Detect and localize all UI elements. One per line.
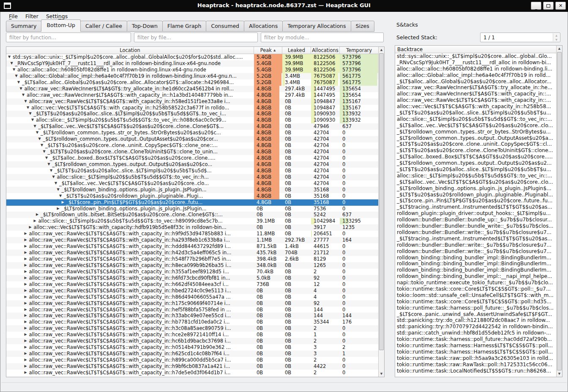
collapsed-arrow-icon[interactable]: ▶ xyxy=(25,231,29,237)
backtrace-frame[interactable]: _$LT$tracing..instrument..Instrumented$L… xyxy=(395,204,556,210)
expanded-arrow-icon[interactable]: ▼ xyxy=(50,168,55,174)
table-row[interactable]: ▶alloc::slice::_$LT$impl$u20$$u5b$T$u5d$… xyxy=(6,218,378,224)
backtrace-frame[interactable]: _$LT$T$u20$as$u20$alloc..slice..$LT$impl… xyxy=(395,110,556,116)
spin-up-icon[interactable]: ▲ xyxy=(553,33,560,38)
expanded-arrow-icon[interactable]: ▼ xyxy=(27,105,31,111)
table-row[interactable]: ▼alloc::raw_vec::RawVec$LT$T$C$A$GT$::wi… xyxy=(6,98,378,105)
backtrace-frame[interactable]: alloc::alloc::Global::alloc_impl::he6a4e… xyxy=(395,72,556,79)
backtrace-frame[interactable]: rolldown::bundler::Bundler::write::_$u7b… xyxy=(395,248,556,255)
tab-flame-graph[interactable]: Flame Graph xyxy=(162,21,207,32)
tab-bottom-up[interactable]: Bottom-Up xyxy=(41,19,80,32)
table-row[interactable]: ▼_$LT$alloc..boxed..Box$LT$T$C$A$GT$$u20… xyxy=(6,155,378,161)
table-row[interactable]: ▼_$LT$T$u20$as$u20$alloc..slice..$LT$imp… xyxy=(6,111,378,117)
tab-temporary-allocations[interactable]: Temporary Allocations xyxy=(282,21,351,32)
column-header-leaked[interactable]: Leaked xyxy=(282,47,311,54)
filter-file-input[interactable] xyxy=(134,33,258,42)
backtrace-frame[interactable]: rolldown_binding::binding_bundler_impl::… xyxy=(395,261,556,267)
filter-function-input[interactable] xyxy=(6,33,131,42)
collapsed-arrow-icon[interactable]: ▶ xyxy=(25,351,29,357)
collapsed-arrow-icon[interactable]: ▶ xyxy=(25,357,29,363)
table-row[interactable]: ▶alloc::raw_vec::RawVec$LT$T$C$A$GT$::wi… xyxy=(6,363,378,370)
backtrace-frame[interactable]: alloc::raw_vec::RawVecInner$LT$A$GT$::wi… xyxy=(395,91,556,97)
collapsed-arrow-icon[interactable]: ▶ xyxy=(25,332,29,338)
table-row[interactable]: ▶alloc::raw_vec::RawVec$LT$T$C$A$GT$::wi… xyxy=(6,231,378,237)
collapsed-arrow-icon[interactable]: ▶ xyxy=(62,199,66,206)
expanded-arrow-icon[interactable]: ▼ xyxy=(13,67,17,73)
table-row[interactable]: ▶alloc::raw_vec::RawVec$LT$T$C$A$GT$::wi… xyxy=(6,237,378,243)
expanded-arrow-icon[interactable]: ▼ xyxy=(25,98,29,105)
backtrace-frame[interactable]: _$LT$T$u20$as$u20$rolldown_plugin..plugi… xyxy=(395,192,556,198)
table-row[interactable]: ▶alloc::raw_vec::RawVec$LT$T$C$A$GT$::wi… xyxy=(6,256,378,262)
tab-sizes[interactable]: Sizes xyxy=(351,21,374,32)
maximize-button[interactable] xyxy=(543,2,554,10)
backtrace-frame[interactable]: alloc::alloc::alloc::h60805bf082d8ffe1 i… xyxy=(395,66,556,72)
collapsed-arrow-icon[interactable]: ▶ xyxy=(36,212,41,218)
table-row[interactable]: ▼_$LT$alloc..vec..Vec$LT$T$C$A$GT$$u20$a… xyxy=(6,123,378,130)
backtrace-frame[interactable]: tokio::runtime::task::harness::poll_futu… xyxy=(395,305,556,311)
collapsed-arrow-icon[interactable]: ▶ xyxy=(25,250,29,256)
tab-allocations[interactable]: Allocations xyxy=(244,21,283,32)
table-row[interactable]: ▶alloc::raw_vec::RawVec$LT$T$C$A$GT$::wi… xyxy=(6,243,378,250)
scroll-down-icon[interactable]: ▼ xyxy=(557,371,562,377)
collapsed-arrow-icon[interactable]: ▶ xyxy=(25,338,29,344)
tab-top-down[interactable]: Top-Down xyxy=(127,21,163,32)
backtrace-frame[interactable]: _$LT$alloc..alloc..Global$u20$as$u20$cor… xyxy=(395,79,556,85)
collapsed-arrow-icon[interactable]: ▶ xyxy=(25,325,29,332)
table-row[interactable]: ▶alloc::raw_vec::RawVec$LT$T$C$A$GT$::wi… xyxy=(6,344,378,351)
table-row[interactable]: ▼_$LT$T$u20$as$u20$core..clone..uninit..… xyxy=(6,142,378,149)
table-row[interactable]: ▼alloc::slice::_$LT$impl$u20$$u5b$T$u5d$… xyxy=(6,117,378,123)
tab-consumed[interactable]: Consumed xyxy=(206,21,244,32)
table-row[interactable]: ▼alloc::alloc::alloc::h60805bf082d8ffe1 … xyxy=(6,67,378,73)
collapsed-arrow-icon[interactable]: ▶ xyxy=(25,294,29,300)
collapsed-arrow-icon[interactable]: ▶ xyxy=(25,288,29,294)
backtrace-frame[interactable]: alloc::raw_vec::RawVecInner$LT$A$GT$::tr… xyxy=(395,84,556,91)
expanded-arrow-icon[interactable]: ▼ xyxy=(55,180,59,187)
selected-stack-spinbox[interactable]: 1 / 1 ▲ ▼ xyxy=(480,33,560,42)
backtrace-frame[interactable]: _$LT$rolldown_common..types..str_or_byte… xyxy=(395,129,556,135)
scrollbar-thumb[interactable] xyxy=(379,53,384,350)
table-row[interactable]: ▼_$LT$rolldown_common..types..output..Ou… xyxy=(6,136,378,142)
table-row[interactable]: ▼alloc::alloc::Global::alloc_impl::he6a4… xyxy=(6,73,378,79)
collapsed-arrow-icon[interactable]: ▶ xyxy=(34,218,38,224)
collapsed-arrow-icon[interactable]: ▶ xyxy=(25,269,29,275)
filter-module-input[interactable] xyxy=(261,33,384,42)
backtrace-frame[interactable]: std::panicking::try::h70707972d4422542 i… xyxy=(395,324,556,330)
expanded-arrow-icon[interactable]: ▼ xyxy=(29,111,34,117)
backtrace-frame[interactable]: tokio::loom::std::unsafe_cell::UnsafeCel… xyxy=(395,292,556,299)
collapsed-arrow-icon[interactable]: ▶ xyxy=(25,363,29,370)
table-row[interactable]: ▶_$LT$rolldown_utils..bitset..BitSet$u20… xyxy=(6,212,378,218)
backtrace-frame[interactable]: tokio::runtime::task::harness::Harness$L… xyxy=(395,343,556,349)
collapsed-arrow-icon[interactable]: ▶ xyxy=(25,370,29,376)
backtrace-frame[interactable]: rolldown::bundler::Bundler::write::_$u7b… xyxy=(395,242,556,248)
table-row[interactable]: ▼_$LT$rolldown_common..types..str_or_byt… xyxy=(6,130,378,136)
backtrace-frame[interactable]: tokio::runtime::task::raw::RawTask::poll… xyxy=(395,362,556,368)
expanded-arrow-icon[interactable]: ▼ xyxy=(31,117,36,123)
expanded-arrow-icon[interactable]: ▼ xyxy=(20,86,25,92)
backtrace-frame[interactable]: _$LT$alloc..boxed..Box$LT$T$C$A$GT$$u20$… xyxy=(395,154,556,160)
table-row[interactable]: ▼alloc::vec::Vec$LT$T$C$A$GT$::with_capa… xyxy=(6,105,378,111)
expanded-arrow-icon[interactable]: ▼ xyxy=(34,123,38,130)
backtrace-frame[interactable]: tokio::runtime::task::harness::poll_futu… xyxy=(395,336,556,343)
backtrace-frame[interactable]: alloc::slice::_$LT$impl$u20$$u5b$T$u5d$$… xyxy=(395,173,556,179)
backtrace-frame[interactable]: tokio::runtime::task::core::Core$LT$T$C$… xyxy=(395,299,556,305)
table-row[interactable]: ▼_RNvCscSpY9Juk0HT_7___rustc11___rdl_all… xyxy=(6,60,378,67)
tab-caller-callee[interactable]: Caller / Callee xyxy=(80,21,127,32)
scrollbar-thumb[interactable] xyxy=(557,52,562,370)
table-row[interactable]: ▼_$LT$T$u20$as$u20$rolldown_plugin..plug… xyxy=(6,193,378,199)
spin-down-icon[interactable]: ▼ xyxy=(553,38,560,42)
backtrace-frame[interactable]: std::sys::alloc::unix::_$LT$impl$u20$cor… xyxy=(395,53,556,60)
backtrace-frame[interactable]: alloc::vec::Vec$LT$T$C$A$GT$::with_capac… xyxy=(395,103,556,110)
backtrace-frame[interactable]: alloc::raw_vec::RawVec$LT$T$C$A$GT$::wit… xyxy=(395,97,556,103)
expanded-arrow-icon[interactable]: ▼ xyxy=(38,136,43,142)
table-row[interactable]: ▼_$LT$rolldown_binding..options..plugin.… xyxy=(6,187,378,193)
backtrace-frame[interactable]: _$LT$alloc..vec..Vec$LT$T$C$A$GT$$u20$as… xyxy=(395,179,556,185)
collapsed-arrow-icon[interactable]: ▶ xyxy=(25,262,29,269)
expanded-arrow-icon[interactable]: ▼ xyxy=(22,92,27,98)
table-row[interactable]: ▼alloc::slice::_$LT$impl$u20$$u5b$T$u5d$… xyxy=(6,174,378,180)
collapsed-arrow-icon[interactable]: ▶ xyxy=(25,256,29,262)
backtrace-frame[interactable]: std::panic::catch_unwind::hbf8d1d55deb12… xyxy=(395,330,556,336)
backtrace-frame[interactable]: _$LT$rolldown_common..types..output..Out… xyxy=(395,135,556,142)
table-row[interactable]: ▶alloc::raw_vec::RawVec$LT$T$C$A$GT$::wi… xyxy=(6,281,378,288)
expanded-arrow-icon[interactable]: ▼ xyxy=(15,73,20,79)
scroll-up-icon[interactable]: ▲ xyxy=(557,46,562,52)
